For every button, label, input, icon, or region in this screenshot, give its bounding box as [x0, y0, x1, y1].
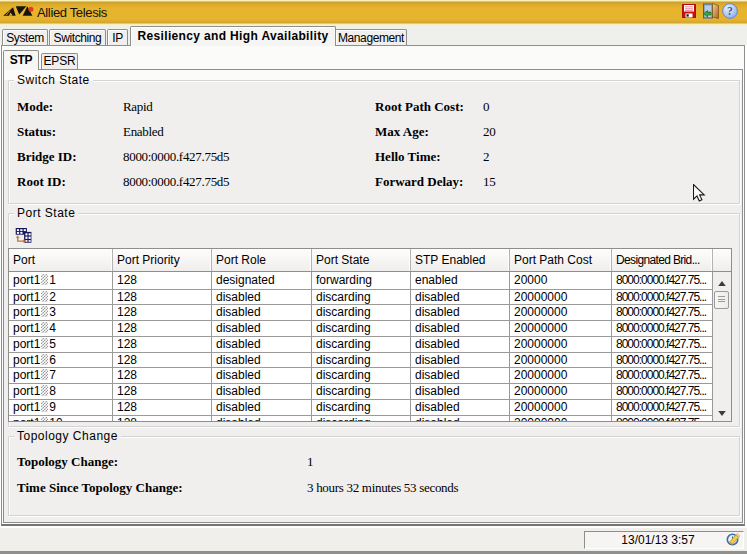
svg-text:?: ?: [727, 4, 733, 18]
